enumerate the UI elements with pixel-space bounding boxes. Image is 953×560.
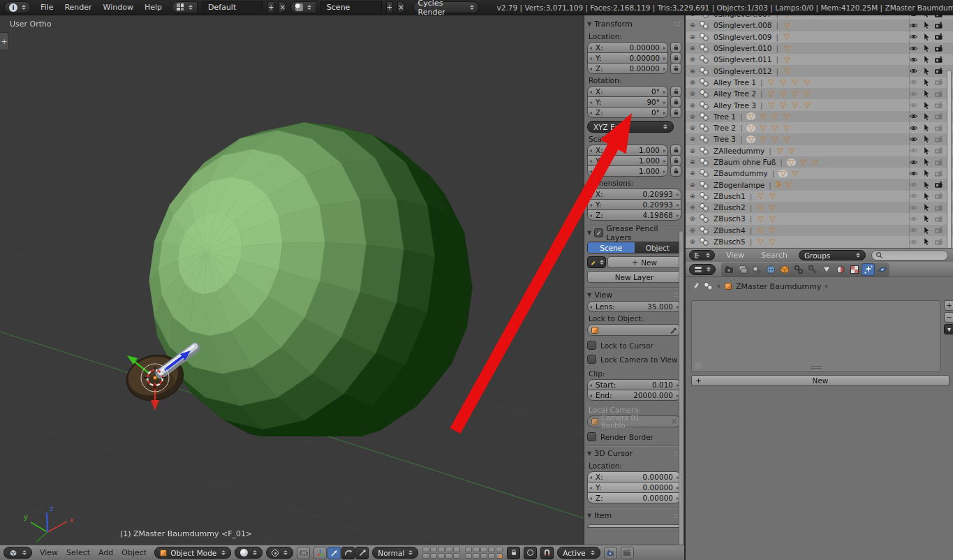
number-field[interactable]: X:0° <box>587 86 668 97</box>
object-name[interactable]: ZBusch5 <box>714 237 746 246</box>
selectability-cursor-icon[interactable] <box>921 112 931 121</box>
outliner-row[interactable]: 0Singlevert.010 | ▽ <box>686 43 953 54</box>
tab-object-icon[interactable] <box>778 263 791 276</box>
tab-modifiers-icon[interactable] <box>806 263 819 276</box>
transform-orientation-dropdown[interactable]: Normal <box>372 547 418 559</box>
pivot-point-dropdown[interactable] <box>266 547 293 559</box>
editor-type-selector[interactable] <box>689 250 715 260</box>
lock-icon[interactable] <box>670 155 681 166</box>
object-name[interactable]: ZBusch3 <box>714 214 746 223</box>
object-name[interactable]: ZBusch4 <box>714 226 746 235</box>
grease-pencil-brush-dropdown[interactable] <box>587 256 606 268</box>
outliner-row[interactable]: ZBusch5 | ▽▽ <box>686 236 953 247</box>
rotation-mode-dropdown[interactable]: XYZ Euler <box>587 121 674 133</box>
expand-icon[interactable] <box>690 124 697 131</box>
visibility-eye-icon[interactable] <box>908 55 918 64</box>
number-field[interactable]: Z:0.00000 <box>587 492 681 503</box>
visibility-eye-icon[interactable] <box>908 169 918 178</box>
render-camera-icon[interactable] <box>933 124 943 133</box>
manipulate-center-points-toggle[interactable] <box>297 547 310 559</box>
pin-icon[interactable] <box>691 282 700 290</box>
remove-scene-button[interactable] <box>397 1 404 13</box>
render-camera-icon[interactable] <box>933 78 943 87</box>
visibility-eye-icon[interactable] <box>908 214 918 223</box>
render-camera-icon[interactable] <box>933 15 943 19</box>
lock-to-object-selector[interactable] <box>587 324 681 336</box>
outliner-row[interactable]: Alley Tree 1 | ▽▽▽▽ <box>686 77 953 88</box>
object-name[interactable]: ZBogenlampe <box>714 181 764 189</box>
expand-icon[interactable] <box>690 90 697 97</box>
outliner-row[interactable]: ZBaumdummy | ▽▽ <box>686 168 953 179</box>
outliner-row[interactable]: ZBusch1 | ▽▽ <box>686 191 953 202</box>
grease-pencil-new-button[interactable]: New <box>607 256 681 268</box>
outliner-row[interactable]: ZBaum ohne Fuß | ▽▽▽ <box>686 156 953 168</box>
render-border-checkbox[interactable] <box>587 432 596 441</box>
object-name[interactable]: 0Singlevert.008 <box>714 21 771 29</box>
lock-icon[interactable] <box>670 96 681 108</box>
render-camera-icon[interactable] <box>933 101 943 110</box>
proportional-edit-dropdown[interactable] <box>524 547 537 559</box>
clear-camera-icon[interactable] <box>672 418 677 425</box>
object-name[interactable]: 0Singlevert.011 <box>714 55 771 64</box>
layer-toggle[interactable] <box>488 547 495 552</box>
render-camera-icon[interactable] <box>933 55 943 64</box>
layout-selector[interactable] <box>172 1 198 13</box>
outliner-row[interactable]: ZAlleedummy | ▽▽ <box>686 145 953 156</box>
outliner-row[interactable]: Alley Tree 2 | ▽▽▽▽ <box>686 88 953 99</box>
layer-toggle[interactable] <box>473 547 480 552</box>
snap-toggle[interactable] <box>540 547 554 559</box>
layer-toggle[interactable] <box>453 553 460 559</box>
expand-icon[interactable] <box>690 113 697 120</box>
expand-icon[interactable] <box>690 204 697 211</box>
search-input[interactable] <box>871 250 948 260</box>
selectability-cursor-icon[interactable] <box>921 66 931 75</box>
visibility-eye-icon[interactable] <box>908 32 918 41</box>
opengl-render-still-button[interactable] <box>604 547 617 559</box>
manipulator-toggle[interactable] <box>313 547 327 559</box>
visibility-eye-icon[interactable] <box>908 112 918 121</box>
expand-icon[interactable] <box>690 135 697 142</box>
selectability-cursor-icon[interactable] <box>921 15 931 19</box>
selectability-cursor-icon[interactable] <box>921 135 931 144</box>
outliner-row[interactable]: ZBusch3 | ▽▽ <box>686 213 953 224</box>
render-camera-icon[interactable] <box>933 226 943 235</box>
expand-icon[interactable] <box>690 15 697 17</box>
expand-icon[interactable] <box>690 182 697 189</box>
outliner-row[interactable]: 0Singlevert.008 | ▽ <box>686 20 953 31</box>
visibility-eye-icon[interactable] <box>908 203 918 212</box>
object-name[interactable]: Alley Tree 2 <box>714 89 756 98</box>
selectability-cursor-icon[interactable] <box>921 214 931 223</box>
selectability-cursor-icon[interactable] <box>921 146 931 155</box>
expand-icon[interactable] <box>690 22 697 29</box>
expand-icon[interactable] <box>690 227 697 234</box>
number-field[interactable]: Y:0.00000 <box>587 52 668 64</box>
selectability-cursor-icon[interactable] <box>921 169 931 178</box>
object-name[interactable]: 0Singlevert.009 <box>714 33 771 41</box>
scene-name-field[interactable]: Scene <box>320 1 382 13</box>
visibility-eye-icon[interactable] <box>908 89 918 98</box>
tab-constraints-icon[interactable] <box>792 263 805 276</box>
tab-texture-icon[interactable] <box>848 263 861 276</box>
render-camera-icon[interactable] <box>933 191 943 200</box>
selectability-cursor-icon[interactable] <box>921 180 931 189</box>
specials-menu-button[interactable]: ▾ <box>944 324 953 334</box>
selectability-cursor-icon[interactable] <box>921 55 931 64</box>
layer-toggle[interactable] <box>438 553 445 559</box>
object-name[interactable]: ZBaum ohne Fuß <box>714 158 776 166</box>
scale-manipulator-button[interactable] <box>355 547 369 559</box>
render-camera-icon[interactable] <box>933 180 943 189</box>
number-field[interactable]: Y:0.20993 <box>587 199 681 210</box>
render-camera-icon[interactable] <box>933 44 943 53</box>
render-engine-dropdown[interactable]: Cycles Render <box>413 1 479 13</box>
render-camera-icon[interactable] <box>933 21 943 30</box>
scene-selector[interactable] <box>290 1 316 13</box>
object-name[interactable]: Alley Tree 3 <box>714 101 756 110</box>
visibility-eye-icon[interactable] <box>908 66 918 75</box>
number-field[interactable]: Y:1.000 <box>587 155 668 166</box>
tab-particles-icon[interactable] <box>862 263 875 276</box>
visibility-eye-icon[interactable] <box>908 226 918 235</box>
render-camera-icon[interactable] <box>933 214 943 223</box>
expand-icon[interactable] <box>690 147 697 154</box>
expand-icon[interactable] <box>690 170 697 177</box>
expand-icon[interactable] <box>690 159 697 165</box>
